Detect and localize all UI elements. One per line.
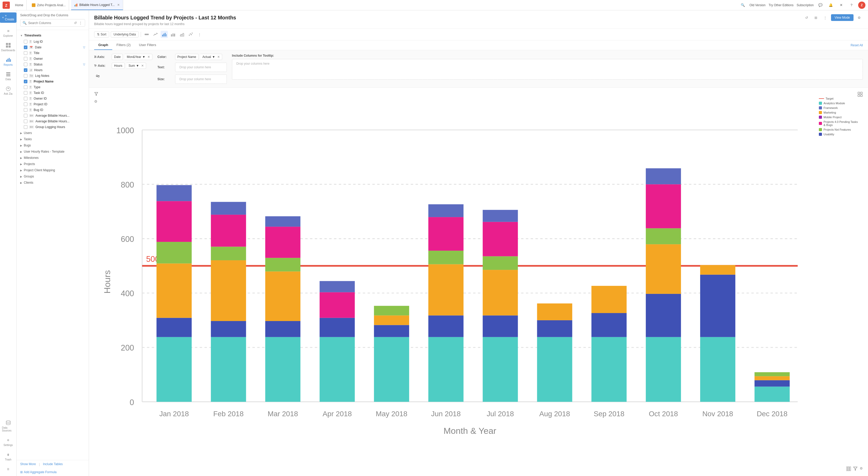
col-checkbox-log-id[interactable] bbox=[24, 40, 27, 43]
col-item-bug-id[interactable]: T Bug ID bbox=[17, 107, 89, 113]
y-agg-select[interactable]: Sum ▼ ✕ bbox=[126, 63, 146, 69]
reset-all-button[interactable]: Reset All bbox=[851, 43, 863, 47]
dot-chart-button[interactable] bbox=[143, 31, 150, 38]
col-item-log-id[interactable]: T Log ID bbox=[17, 39, 89, 44]
tab-home[interactable]: Home bbox=[12, 0, 27, 10]
group-item-bugs[interactable]: ▶ Bugs bbox=[17, 142, 89, 148]
col-item-type[interactable]: T Type bbox=[17, 84, 89, 90]
tab-close-icon[interactable]: ✕ bbox=[117, 3, 120, 7]
col-item-group-logging[interactable]: ⚙# Group Logging Hours bbox=[17, 124, 89, 130]
try-other-link[interactable]: Try Other Editions bbox=[769, 3, 794, 7]
area-chart-button[interactable] bbox=[178, 31, 185, 38]
app-logo[interactable]: Z bbox=[3, 2, 10, 9]
col-item-log-notes[interactable]: T# Log Notes bbox=[17, 73, 89, 79]
col-checkbox-avg-billable-1[interactable] bbox=[24, 114, 27, 117]
col-checkbox-hours[interactable]: ✓ bbox=[24, 68, 27, 72]
section-timesheets[interactable]: ▼ Timesheets bbox=[17, 32, 89, 39]
color-clear-icon[interactable]: ✕ bbox=[217, 55, 220, 59]
sidebar-item-ask-zia[interactable]: Ask Zia bbox=[1, 84, 16, 97]
chat-icon[interactable]: 💬 bbox=[817, 2, 824, 9]
col-checkbox-project-name[interactable]: ✓ bbox=[24, 80, 27, 83]
y-field-select[interactable]: Hours bbox=[112, 63, 125, 69]
close-x-icon[interactable]: ✕ bbox=[837, 2, 845, 9]
size-drop-zone[interactable]: Drop your column here bbox=[175, 75, 227, 84]
color-agg-select[interactable]: Actual ▼ ✕ bbox=[200, 54, 222, 60]
x-agg-dropdown[interactable]: Mon&Year ▼ bbox=[127, 55, 145, 59]
help-icon[interactable]: ? bbox=[848, 2, 855, 9]
y-clear-icon[interactable]: ✕ bbox=[141, 64, 144, 67]
x-clear-icon[interactable]: ✕ bbox=[148, 55, 150, 59]
include-tables-link[interactable]: Include Tables bbox=[43, 462, 63, 466]
col-checkbox-owner-id[interactable] bbox=[24, 97, 27, 100]
x-agg-select[interactable]: Mon&Year ▼ ✕ bbox=[125, 54, 152, 60]
tooltip-drop-zone[interactable]: Drop your columns here bbox=[232, 59, 863, 80]
tab-billable-hours[interactable]: Billable Hours Logged T... ✕ bbox=[71, 0, 123, 10]
col-checkbox-task-id[interactable] bbox=[24, 91, 27, 95]
col-checkbox-bug-id[interactable] bbox=[24, 108, 27, 112]
col-item-title[interactable]: T Title bbox=[17, 50, 89, 56]
bell-icon[interactable]: 🔔 bbox=[827, 2, 834, 9]
sidebar-item-dashboards[interactable]: Dashboards bbox=[1, 40, 16, 54]
old-version-link[interactable]: Old Version bbox=[749, 3, 766, 7]
create-button[interactable]: + + Create bbox=[0, 12, 17, 23]
chart-filter-bottom-icon[interactable] bbox=[853, 467, 858, 472]
scatter-chart-button[interactable] bbox=[187, 31, 194, 38]
col-item-avg-billable-2[interactable]: ⚙# Average Billable Hours... bbox=[17, 118, 89, 124]
sidebar-item-explorer[interactable]: ⊞ Explorer bbox=[1, 26, 16, 39]
refresh-icon[interactable]: ↺ bbox=[73, 21, 78, 25]
more-chart-types[interactable]: ⋮ bbox=[196, 31, 203, 38]
col-item-avg-billable-1[interactable]: ⚙# Average Billable Hours... bbox=[17, 113, 89, 118]
col-checkbox-date[interactable]: ✓ bbox=[24, 46, 27, 49]
group-item-clients[interactable]: ▶ Clients bbox=[17, 180, 89, 186]
group-item-tasks[interactable]: ▶ Tasks bbox=[17, 136, 89, 142]
chart-settings-icon[interactable] bbox=[94, 72, 101, 80]
sidebar-item-settings[interactable]: ⚙ Settings bbox=[1, 435, 16, 449]
col-item-owner-id[interactable]: T Owner ID bbox=[17, 96, 89, 101]
more-options-icon[interactable]: ⋮ bbox=[822, 14, 829, 21]
underlying-data-button[interactable]: Underlying Data bbox=[111, 31, 138, 37]
group-item-users[interactable]: ▶ Users bbox=[17, 130, 89, 136]
col-checkbox-project-id[interactable] bbox=[24, 102, 27, 106]
col-item-project-name[interactable]: ✓ T Project Name bbox=[17, 79, 89, 84]
group-item-milestones[interactable]: ▶ Milestones bbox=[17, 155, 89, 161]
col-checkbox-group-logging[interactable] bbox=[24, 125, 27, 129]
col-item-status[interactable]: T Status ▽ bbox=[17, 62, 89, 67]
more-options-icon[interactable]: ⋮ bbox=[79, 21, 83, 25]
show-more-link[interactable]: Show More bbox=[20, 462, 36, 466]
tab-user-filters[interactable]: User Filters bbox=[135, 40, 160, 50]
sort-button[interactable]: ⇅ Sort bbox=[94, 31, 109, 37]
search-button[interactable]: 🔍 bbox=[739, 2, 746, 9]
add-formula-button[interactable]: ⊞ Add Aggregate Formula bbox=[20, 470, 85, 474]
subscription-link[interactable]: Subscription bbox=[797, 3, 814, 7]
chart-columns-icon[interactable] bbox=[846, 467, 851, 472]
view-mode-button[interactable]: View Mode bbox=[831, 14, 854, 21]
col-checkbox-log-notes[interactable] bbox=[24, 74, 27, 78]
x-field-select[interactable]: Date bbox=[112, 54, 123, 60]
sidebar-item-trash[interactable]: 🗑 Trash bbox=[1, 450, 16, 463]
tab-zoho-projects[interactable]: Zoho Projects Anal... bbox=[29, 0, 69, 10]
stacked-bar-button[interactable] bbox=[169, 31, 177, 38]
bar-chart-button[interactable] bbox=[161, 31, 168, 38]
chart-settings-bottom-icon[interactable]: ⚙ bbox=[860, 467, 863, 472]
col-item-date[interactable]: ✓ 📅 Date ▽ bbox=[17, 44, 89, 50]
tab-filters[interactable]: Filters (2) bbox=[112, 40, 135, 50]
group-item-client-mapping[interactable]: ▶ Project Client Mapping bbox=[17, 167, 89, 173]
line-chart-button[interactable] bbox=[152, 31, 159, 38]
text-drop-zone[interactable]: Drop your column here bbox=[175, 63, 227, 72]
layout-icon[interactable] bbox=[858, 92, 863, 98]
y-agg-dropdown[interactable]: Sum ▼ bbox=[128, 64, 139, 67]
col-checkbox-status[interactable] bbox=[24, 63, 27, 66]
grid-view-icon[interactable]: ⊞ bbox=[812, 14, 819, 21]
col-item-hours[interactable]: ✓ .# Hours bbox=[17, 67, 89, 73]
sidebar-item-reports[interactable]: Reports bbox=[1, 55, 16, 68]
col-item-owner[interactable]: T Owner bbox=[17, 56, 89, 62]
col-checkbox-title[interactable] bbox=[24, 51, 27, 55]
user-avatar[interactable]: Z bbox=[858, 2, 865, 9]
color-agg-dropdown[interactable]: Actual ▼ bbox=[203, 55, 215, 59]
col-item-task-id[interactable]: T Task ID bbox=[17, 90, 89, 96]
col-checkbox-avg-billable-2[interactable] bbox=[24, 120, 27, 123]
group-item-projects[interactable]: ▶ Projects bbox=[17, 161, 89, 167]
col-checkbox-owner[interactable] bbox=[24, 57, 27, 61]
sidebar-item-menu[interactable]: ☰ bbox=[1, 464, 16, 474]
col-item-project-id[interactable]: T Project ID bbox=[17, 101, 89, 107]
